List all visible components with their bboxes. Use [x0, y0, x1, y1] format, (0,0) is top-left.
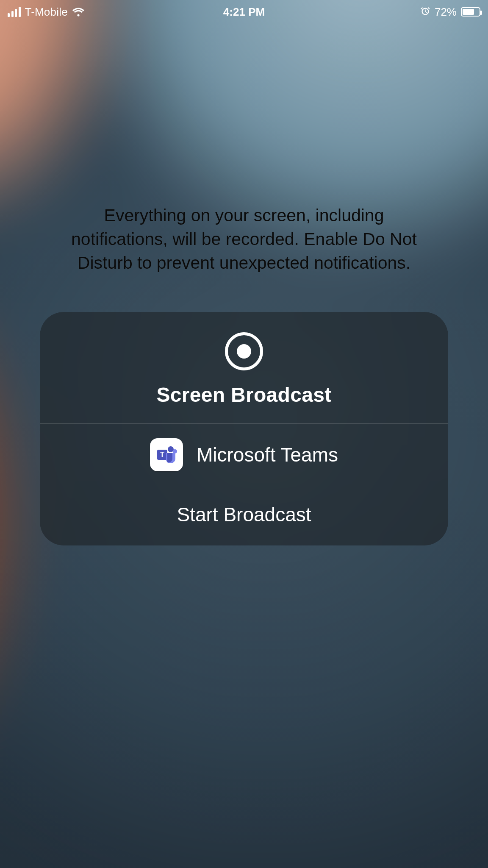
start-broadcast-button[interactable]: Start Broadcast — [40, 486, 448, 545]
alarm-icon — [420, 7, 430, 17]
broadcast-sheet: Screen Broadcast T Microsoft Teams Start… — [40, 312, 448, 545]
broadcast-warning-text: Everything on your screen, including not… — [70, 203, 418, 275]
wifi-icon — [72, 7, 85, 17]
broadcast-app-label: Microsoft Teams — [197, 443, 338, 466]
carrier-label: T-Mobile — [25, 6, 68, 19]
record-dot-icon — [237, 344, 251, 359]
teams-icon: T — [150, 438, 183, 471]
battery-percent: 72% — [435, 6, 457, 19]
battery-fill — [463, 9, 474, 15]
svg-text:T: T — [160, 451, 164, 458]
start-broadcast-label: Start Broadcast — [177, 503, 311, 526]
battery-icon — [461, 7, 480, 17]
record-icon — [225, 332, 263, 370]
sheet-header: Screen Broadcast — [40, 312, 448, 424]
status-right: 72% — [420, 6, 480, 19]
svg-point-2 — [168, 446, 174, 452]
status-bar: T-Mobile 4:21 PM 72% — [0, 0, 488, 24]
sheet-title: Screen Broadcast — [157, 383, 332, 406]
clock-time: 4:21 PM — [223, 6, 265, 19]
svg-point-3 — [173, 449, 177, 453]
cellular-signal-icon — [8, 7, 21, 17]
status-left: T-Mobile — [8, 6, 85, 19]
broadcast-app-row[interactable]: T Microsoft Teams — [40, 424, 448, 486]
